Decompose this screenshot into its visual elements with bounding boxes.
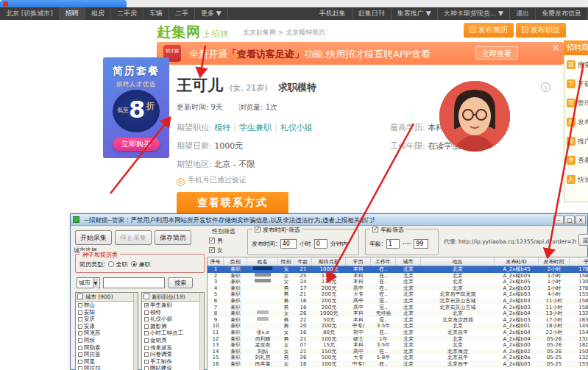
city-list-item[interactable]: 阿勒泰 [76, 344, 138, 352]
job-list-item[interactable]: 传单派发 [142, 344, 204, 352]
job-all-checkbox[interactable] [144, 293, 149, 299]
job-checkbox[interactable] [144, 324, 149, 329]
position-link[interactable]: 模特 [214, 123, 230, 132]
job-checkbox[interactable] [144, 346, 149, 350]
nav-item[interactable]: 二手 [169, 7, 195, 20]
column-header[interactable]: 类别 [224, 257, 247, 266]
job-list-scrollbar[interactable] [199, 293, 204, 370]
table-row[interactable]: 4兼职男17200元高中在..北京北京A_2x模b031小时17804721 [208, 285, 588, 292]
buy-now-button[interactable]: 立即购买 [113, 138, 160, 151]
table-row[interactable]: 5兼职男21200元大专在..北京北京昌平回龙观A_2x模b034小时15530… [208, 291, 588, 298]
sidebar-item[interactable]: 发发布职位 [564, 113, 588, 132]
fulltime-radio-circle[interactable] [108, 261, 114, 267]
nav-item[interactable]: 免费发布信息 [536, 7, 588, 20]
proxy-extract-button[interactable]: 提取 [578, 234, 588, 246]
job-list-item[interactable]: 礼仪小姐 [142, 316, 204, 323]
age-max-input[interactable] [414, 239, 428, 249]
table-row[interactable]: 15兼职刘礼慧男26500元大专5-8年北京北京昌平A_2x模b0a05-251… [208, 355, 588, 361]
age-min-input[interactable] [386, 239, 400, 249]
job-checkbox[interactable] [144, 360, 149, 364]
table-row[interactable]: 10兼职男20200元中专/3-5年北京北京A_2x模b0118小时145720… [208, 323, 588, 330]
male-checkbox-box[interactable] [209, 238, 215, 243]
nav-item[interactable]: 二手房 [111, 7, 144, 20]
city-list-header[interactable]: 城市 (900) [76, 293, 138, 302]
job-list-item[interactable]: 网站建设 [142, 365, 204, 370]
city-checkbox[interactable] [78, 338, 82, 343]
nav-item[interactable]: 车辆 [144, 7, 169, 20]
city-checkbox[interactable] [78, 360, 82, 364]
job-checkbox[interactable] [144, 352, 149, 357]
nav-item[interactable]: 大神卡期货现货... ▼ [438, 7, 510, 20]
table-row[interactable]: 2兼职女25130元本科在..北京北京A_2x模b051小时15847235 [208, 273, 588, 280]
city-list-scrollbar[interactable] [133, 293, 138, 370]
column-header[interactable]: 期待月薪 [312, 257, 346, 266]
table-row[interactable]: 3兼职女24130元本科在..北京北京A_2x模b051小时13071375 [208, 279, 588, 285]
city-list-item[interactable]: 阿里 [76, 358, 138, 366]
column-header[interactable]: 姓名 [247, 257, 278, 266]
job-checkbox[interactable] [144, 310, 149, 315]
save-resume-button[interactable]: 保存简历 [155, 230, 191, 245]
table-row[interactable]: 13兼职孟亚南女0715元本科3-5年北京北京A_2x模b0005-261822… [208, 342, 588, 349]
banner-view-button[interactable]: 立即查看 [475, 46, 518, 60]
sidebar-item[interactable]: 下下载简历 [564, 74, 588, 93]
column-header[interactable]: 城市 [396, 257, 421, 266]
city-list-item[interactable]: 阿拉尔 [76, 365, 138, 370]
start-collect-button[interactable]: 开始采集 [75, 230, 112, 245]
banner-close-icon[interactable]: × [552, 43, 559, 53]
parttime-radio[interactable]: 兼职 [131, 260, 151, 268]
table-row[interactable]: 8兼职女261000元本科无经验北京北京A_2x模b0413小时13224442 [208, 310, 588, 317]
nav-item[interactable]: 北京 [切换城市] [0, 7, 60, 20]
sidebar-item[interactable]: ⚙查看订单 [564, 151, 588, 170]
job-list-item[interactable]: 促销员 [142, 337, 204, 344]
age-filter-checkbox[interactable] [372, 227, 378, 232]
male-checkbox[interactable]: 男 [209, 237, 223, 245]
city-list-item[interactable]: 阿拉善 [76, 351, 138, 358]
city-checkbox[interactable] [78, 310, 82, 315]
female-checkbox[interactable]: 女 [209, 246, 223, 255]
column-header[interactable]: 手机号 [570, 257, 588, 266]
nav-item[interactable]: 退出 [510, 7, 536, 20]
city-list-item[interactable]: 阿坝 [76, 337, 138, 344]
hours-input[interactable] [280, 239, 297, 249]
city-dropdown[interactable]: 城市 ▼ [77, 277, 100, 288]
sidebar-item[interactable]: 推推广职位 [564, 132, 588, 151]
publish-resume-button[interactable]: 发布简历 [464, 23, 514, 38]
breadcrumb[interactable]: 北京赶集网 > 北京模特简历 [243, 28, 325, 38]
city-list-item[interactable]: 阿克苏 [76, 330, 138, 337]
time-filter-legend[interactable]: 发布时间-筛选 [252, 226, 302, 234]
city-checkbox[interactable] [78, 303, 82, 307]
time-filter-checkbox[interactable] [255, 227, 261, 232]
minimize-button[interactable]: － [553, 216, 564, 224]
window-title-bar[interactable]: --招财猫--管家 : 严禁用户利用本网站所开发软件存储倒卖诈骗信息,以及非法违… [71, 214, 587, 226]
column-header[interactable]: 学历 [346, 257, 371, 266]
minutes-input[interactable] [314, 239, 327, 249]
column-header[interactable]: 地区 [421, 257, 495, 266]
city-checkbox[interactable] [78, 346, 82, 350]
table-row[interactable]: 9兼职男2250元本科应..北京北京海淀西苑A_2x模b0317小时163464… [208, 317, 588, 324]
job-list-item[interactable]: 摄影师 [142, 323, 204, 330]
city-list-item[interactable]: 安康 [76, 323, 138, 330]
stop-collect-button[interactable]: 停止采集 [115, 230, 152, 245]
sidebar-item[interactable]: 管管理职位 [564, 93, 588, 113]
job-checkbox[interactable] [144, 303, 149, 307]
view-contact-button[interactable]: 查看联系方式 [177, 192, 288, 213]
column-header[interactable]: 年龄 [294, 257, 312, 266]
column-header[interactable]: 发布时间 [539, 257, 570, 266]
job-list-item[interactable]: 问卷调查 [142, 351, 204, 358]
city-checkbox[interactable] [78, 324, 82, 329]
fulltime-radio[interactable]: 全职 [108, 260, 128, 268]
city-all-checkbox[interactable] [77, 293, 83, 299]
table-row[interactable]: 12兼职周利丽男21100元硕士1年北京北京A_2x模b0405-2613125… [208, 336, 588, 343]
column-header[interactable]: 序号 [208, 257, 224, 266]
female-checkbox-box[interactable] [209, 247, 215, 253]
city-list-item[interactable]: 安庆 [76, 316, 138, 323]
job-checkbox[interactable] [144, 317, 149, 321]
sidebar-item[interactable]: 人快速充值 [564, 170, 588, 189]
nav-item[interactable]: 赶集日刊 [353, 7, 392, 20]
job-list-item[interactable]: 小时工钟点工 [142, 330, 204, 337]
city-checkbox[interactable] [78, 317, 82, 321]
sidebar-item[interactable]: 搜搜索简历 [564, 55, 588, 74]
column-header[interactable]: 工作年 [371, 257, 396, 266]
age-filter-legend[interactable]: 年龄筛选 [370, 226, 406, 234]
job-list-item[interactable]: 学生兼职 [142, 302, 204, 309]
